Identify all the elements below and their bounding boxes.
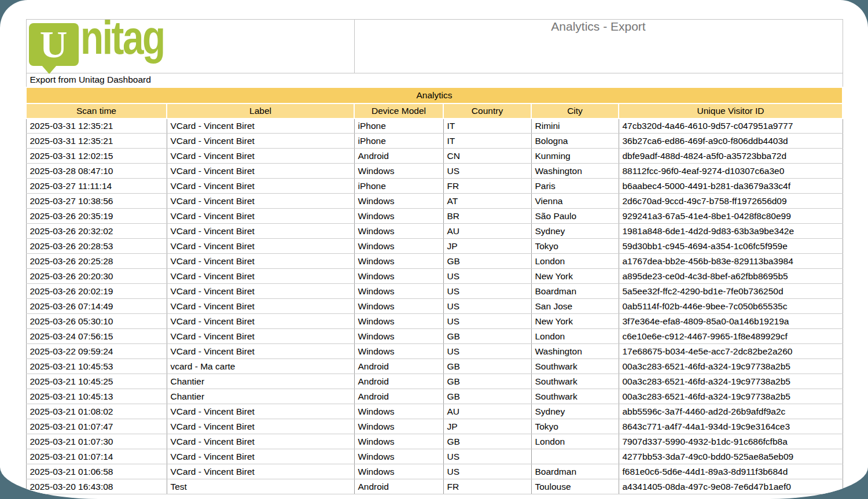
- table-cell: Chantier: [167, 389, 354, 404]
- table-cell: 2025-03-26 20:28:53: [26, 239, 167, 254]
- table-row: 2025-03-31 12:35:21VCard - Vincent Biret…: [26, 134, 843, 149]
- table-cell: 2025-03-26 20:32:02: [26, 224, 167, 239]
- table-cell: 2025-03-21 10:45:13: [26, 389, 167, 404]
- table-cell: Washington: [531, 164, 619, 179]
- unitag-badge-icon: U: [29, 23, 79, 66]
- table-cell: Android: [354, 479, 443, 494]
- table-cell: 2d6c70ad-9ccd-49c7-b758-ff1972656d09: [619, 194, 843, 209]
- table-cell: Android: [354, 389, 443, 404]
- table-cell: AU: [443, 404, 531, 419]
- table-cell: Windows: [354, 329, 443, 344]
- table-cell: Windows: [354, 464, 443, 479]
- table-cell: iPhone: [354, 179, 443, 194]
- table-cell: Windows: [354, 269, 443, 284]
- table-cell: dbfe9adf-488d-4824-a5f0-a35723bba72d: [619, 149, 843, 164]
- table-cell: 0ab5114f-f02b-446e-9bee-7c050b65535c: [619, 299, 843, 314]
- table-cell: 2025-03-21 01:06:58: [26, 464, 167, 479]
- table-cell: IT: [443, 134, 531, 149]
- table-cell: c6e10e6e-c912-4467-9965-1f8e489929cf: [619, 329, 843, 344]
- table-row: 2025-03-21 01:07:14VCard - Vincent Biret…: [26, 449, 843, 464]
- table-cell: 4277bb53-3da7-49c0-bdd0-525ae8a5eb09: [619, 449, 843, 464]
- table-cell: 88112fcc-96f0-4eaf-9274-d10307c6a3e0: [619, 164, 843, 179]
- table-cell: Windows: [354, 404, 443, 419]
- table-cell: Windows: [354, 434, 443, 449]
- table-cell: Boardman: [531, 284, 619, 299]
- table-cell: BR: [443, 209, 531, 224]
- table-cell: Southwark: [531, 389, 619, 404]
- table-cell: 47cb320d-4a46-4610-9d57-c047951a9777: [619, 119, 843, 134]
- table-row: 2025-03-26 05:30:10VCard - Vincent Biret…: [26, 314, 843, 329]
- table-cell: 2025-03-26 20:20:30: [26, 269, 167, 284]
- table-row: 2025-03-27 10:38:56VCard - Vincent Biret…: [26, 194, 843, 209]
- table-row: 2025-03-22 09:59:24VCard - Vincent Biret…: [26, 344, 843, 359]
- table-cell: Test: [167, 479, 354, 494]
- table-cell: VCard - Vincent Biret: [167, 404, 354, 419]
- table-cell: VCard - Vincent Biret: [167, 239, 354, 254]
- table-cell: Windows: [354, 194, 443, 209]
- table-cell: 3f7e364e-efa8-4809-85a0-0a146b19219a: [619, 314, 843, 329]
- table-cell: Windows: [354, 254, 443, 269]
- table-cell: Android: [354, 374, 443, 389]
- table-cell: VCard - Vincent Biret: [167, 449, 354, 464]
- table-cell: US: [443, 299, 531, 314]
- table-cell: FR: [443, 179, 531, 194]
- table-cell: iPhone: [354, 119, 443, 134]
- table-cell: 2025-03-21 01:07:30: [26, 434, 167, 449]
- table-cell: VCard - Vincent Biret: [167, 224, 354, 239]
- table-cell: GB: [443, 359, 531, 374]
- table-cell: Tokyo: [531, 239, 619, 254]
- table-row: 2025-03-26 20:28:53VCard - Vincent Biret…: [26, 239, 843, 254]
- column-header: Label: [167, 104, 354, 119]
- table-cell: San Jose: [531, 299, 619, 314]
- table-cell: VCard - Vincent Biret: [167, 329, 354, 344]
- table-cell: US: [443, 269, 531, 284]
- table-cell: 2025-03-26 05:30:10: [26, 314, 167, 329]
- table-row: 2025-03-26 20:35:19VCard - Vincent Biret…: [26, 209, 843, 224]
- table-cell: VCard - Vincent Biret: [167, 284, 354, 299]
- table-cell: VCard - Vincent Biret: [167, 299, 354, 314]
- table-row: 2025-03-28 08:47:10VCard - Vincent Biret…: [26, 164, 843, 179]
- table-cell: Windows: [354, 284, 443, 299]
- table-cell: GB: [443, 374, 531, 389]
- table-cell: London: [531, 434, 619, 449]
- table-cell: 17e68675-b034-4e5e-acc7-2dc82be2a260: [619, 344, 843, 359]
- table-cell: Windows: [354, 224, 443, 239]
- table-cell: Windows: [354, 209, 443, 224]
- table-cell: vcard - Ma carte: [167, 359, 354, 374]
- table-cell: f681e0c6-5d6e-44d1-89a3-8d911f3b684d: [619, 464, 843, 479]
- table-cell: JP: [443, 239, 531, 254]
- table-cell: GB: [443, 434, 531, 449]
- table-cell: US: [443, 314, 531, 329]
- table-cell: 2025-03-22 09:59:24: [26, 344, 167, 359]
- table-cell: 2025-03-21 01:08:02: [26, 404, 167, 419]
- table-cell: VCard - Vincent Biret: [167, 209, 354, 224]
- unitag-logo: U nitag: [28, 20, 354, 73]
- table-cell: AU: [443, 224, 531, 239]
- table-cell: Tokyo: [531, 419, 619, 434]
- table-cell: VCard - Vincent Biret: [167, 434, 354, 449]
- table-cell: 2025-03-21 01:07:14: [26, 449, 167, 464]
- table-cell: Android: [354, 359, 443, 374]
- section-banner: Analytics: [26, 87, 843, 104]
- table-cell: Windows: [354, 344, 443, 359]
- table-cell: 2025-03-28 08:47:10: [26, 164, 167, 179]
- table-cell: VCard - Vincent Biret: [167, 149, 354, 164]
- table-cell: 2025-03-20 16:43:08: [26, 479, 167, 494]
- table-cell: Sydney: [531, 404, 619, 419]
- table-cell: 2025-03-21 01:07:47: [26, 419, 167, 434]
- table-cell: Boardman: [531, 464, 619, 479]
- table-cell: US: [443, 164, 531, 179]
- table-cell: London: [531, 254, 619, 269]
- table-row: 2025-03-21 10:45:13ChantierAndroidGBSout…: [26, 389, 843, 404]
- table-body: 2025-03-31 12:35:21VCard - Vincent Biret…: [26, 119, 843, 494]
- table-cell: [531, 449, 619, 464]
- table-cell: Washington: [531, 344, 619, 359]
- table-cell: Windows: [354, 164, 443, 179]
- table-row: 2025-03-21 01:08:02VCard - Vincent Biret…: [26, 404, 843, 419]
- table-cell: New York: [531, 314, 619, 329]
- section-banner-row: Analytics: [26, 87, 843, 104]
- table-header-row: Scan timeLabelDevice ModelCountryCityUni…: [26, 104, 843, 119]
- table-cell: GB: [443, 329, 531, 344]
- column-header: Unique Visitor ID: [619, 104, 843, 119]
- table-cell: 2025-03-31 12:35:21: [26, 134, 167, 149]
